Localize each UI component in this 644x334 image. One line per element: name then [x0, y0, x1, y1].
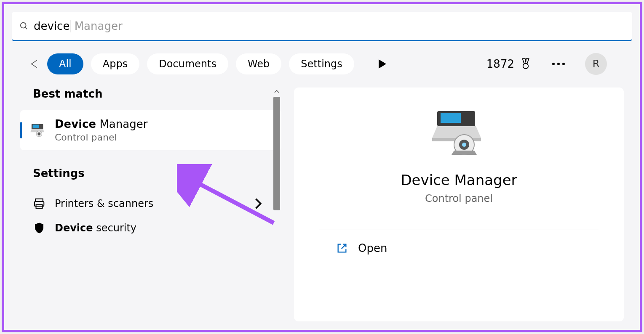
- more-tabs-icon[interactable]: [379, 59, 386, 69]
- preview-subtitle: Control panel: [425, 193, 493, 204]
- open-action[interactable]: Open: [319, 232, 599, 265]
- svg-rect-11: [441, 113, 461, 123]
- search-suggestion-text: Manager: [71, 20, 122, 32]
- back-arrow-icon[interactable]: [29, 58, 40, 69]
- best-match-header: Best match: [24, 87, 281, 100]
- tab-settings[interactable]: Settings: [289, 53, 354, 74]
- shield-icon: [33, 222, 45, 234]
- search-input-container[interactable]: device Manager: [12, 12, 632, 41]
- svg-rect-4: [33, 125, 39, 128]
- settings-item-device-security[interactable]: Device security: [24, 216, 281, 240]
- settings-item-label: Device security: [55, 222, 273, 234]
- user-initial: R: [593, 58, 600, 70]
- preview-title: Device Manager: [401, 172, 517, 188]
- search-icon: [19, 21, 29, 31]
- user-avatar[interactable]: R: [585, 53, 607, 75]
- settings-item-printers[interactable]: Printers & scanners: [24, 191, 281, 216]
- best-match-subtitle: Control panel: [55, 132, 147, 143]
- tab-documents[interactable]: Documents: [147, 53, 228, 74]
- rewards-points-value: 1872: [486, 58, 514, 70]
- open-external-icon: [336, 242, 348, 254]
- preview-divider: [319, 230, 599, 230]
- best-match-title: Device Manager: [55, 118, 147, 130]
- results-panel: Best match Device Manager Control panel …: [12, 87, 281, 321]
- printer-icon: [33, 197, 45, 210]
- scroll-thumb[interactable]: [273, 97, 280, 210]
- filter-tab-row: All Apps Documents Web Settings 1872 R: [12, 53, 632, 75]
- settings-section-header: Settings: [24, 167, 281, 180]
- medal-icon: [519, 58, 532, 70]
- search-text: device Manager: [34, 20, 123, 32]
- tab-all[interactable]: All: [47, 53, 83, 74]
- results-scrollbar[interactable]: [272, 87, 281, 210]
- svg-line-1: [25, 27, 27, 29]
- text-cursor: [70, 20, 70, 32]
- svg-point-6: [37, 132, 40, 135]
- tab-apps[interactable]: Apps: [91, 53, 139, 74]
- rewards-points[interactable]: 1872: [486, 58, 532, 70]
- more-options-button[interactable]: [552, 63, 565, 65]
- tab-web[interactable]: Web: [236, 53, 281, 74]
- device-manager-large-icon: [430, 109, 489, 159]
- search-window: device Manager All Apps Documents Web Se…: [2, 2, 642, 332]
- svg-point-15: [462, 143, 466, 147]
- scroll-up-button[interactable]: [273, 87, 281, 96]
- svg-point-2: [523, 64, 529, 69]
- settings-item-label: Printers & scanners: [55, 198, 243, 209]
- preview-panel: Device Manager Control panel Open: [294, 87, 624, 321]
- best-match-item[interactable]: Device Manager Control panel: [20, 110, 281, 150]
- open-action-label: Open: [358, 242, 387, 254]
- svg-point-0: [21, 22, 26, 28]
- chevron-right-icon: [252, 197, 265, 210]
- search-typed-text: device: [34, 20, 69, 32]
- device-manager-icon: [29, 121, 47, 140]
